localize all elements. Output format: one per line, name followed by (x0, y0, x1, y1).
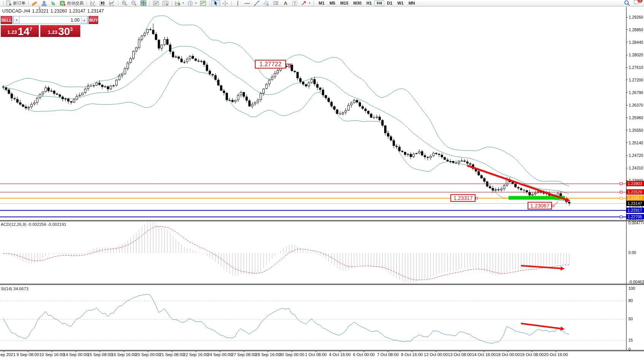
horizontal-line-tool-button[interactable] (243, 0, 252, 6)
buy-price-box[interactable]: 1.23 30 3 (40, 25, 80, 37)
period-clock-button[interactable]: ▼ (186, 0, 198, 6)
line-chart-type-button[interactable] (107, 0, 116, 6)
timeframe-m5[interactable]: M5 (327, 0, 337, 6)
text-label-tool-button[interactable]: T (290, 0, 299, 6)
indicator-window-button[interactable] (151, 0, 161, 6)
zoom-in-button[interactable] (120, 0, 129, 6)
styles-button[interactable] (30, 0, 39, 6)
time-label: 13 Oct 08:00 (448, 352, 472, 357)
add-indicator-button[interactable]: ▼ (173, 0, 186, 6)
sell-price-sup: 7 (30, 26, 32, 32)
time-label: 9 Sep 08:00 (16, 352, 39, 357)
buy-price-sup: 3 (70, 26, 73, 32)
price-tick-label: 1.28440 (629, 40, 643, 45)
data-window-button[interactable] (161, 0, 170, 6)
rsi-panel-canvas[interactable] (0, 285, 626, 350)
chart-ohlc-header: USDCAD-,H41.232211.232601.231471.23147 (2, 8, 106, 14)
text-icon: A (282, 0, 288, 6)
timeframe-h4[interactable]: H4 (374, 0, 384, 6)
time-label: 19 Oct 08:00 (520, 352, 544, 357)
price-tick-dash (626, 17, 628, 18)
text-tool-button[interactable]: A (281, 0, 290, 6)
candlestick-chart-type-button[interactable] (98, 0, 107, 6)
one-click-trading-panel: SELL ▼ ▲ BUY 1.23 14 7 1.23 30 3 (1, 16, 80, 37)
profile-button[interactable] (40, 0, 49, 6)
zoom-out-button[interactable] (129, 0, 138, 6)
buy-button[interactable]: BUY (89, 16, 98, 24)
toolbar-separator (86, 1, 87, 6)
timeframe-m30[interactable]: M30 (351, 0, 364, 6)
tile-windows-button[interactable] (139, 0, 148, 6)
time-label: 1 Oct 08:00 (305, 352, 327, 357)
oneclick-collapse-caret[interactable]: ▼ (38, 6, 41, 10)
signal-icon (51, 0, 57, 6)
rsi-axis-label: 15 (628, 338, 633, 342)
sell-price-box[interactable]: 1.23 14 7 (1, 25, 39, 37)
zoom-in-icon (121, 0, 127, 6)
toolbar-right-group: 1 (624, 0, 643, 7)
rsi-axis-label: 50 (628, 316, 633, 321)
fibonacci-tool-button[interactable]: F (271, 0, 280, 6)
time-label: 7 Oct 08:00 (377, 352, 399, 357)
signals-button[interactable] (49, 0, 58, 6)
volume-input[interactable] (20, 16, 81, 24)
new-order-icon (6, 0, 12, 6)
chevron-down-icon: ▼ (308, 2, 311, 4)
toolbar-separator (28, 1, 29, 6)
price-callout[interactable]: 1.23317 (450, 194, 475, 202)
price-callout[interactable]: 1.27722 (255, 60, 286, 69)
price-tick-dash (626, 55, 628, 55)
time-label: 20 Sep 00:00 (135, 352, 160, 357)
macd-panel-canvas[interactable] (0, 221, 626, 284)
price-tick-label: 1.28020 (629, 53, 643, 58)
price-axis[interactable]: 1.292601.288501.284401.280201.276101.272… (626, 0, 644, 358)
notifications-button[interactable]: 1 (633, 0, 640, 7)
timeframe-d1[interactable]: D1 (385, 0, 394, 6)
price-chart-canvas[interactable] (0, 7, 626, 221)
trendline-tool-button[interactable] (252, 0, 261, 6)
arrows-tool-button[interactable]: ▼ (300, 0, 312, 6)
timeframe-m1[interactable]: M1 (316, 0, 327, 6)
sell-button[interactable]: SELL (1, 16, 12, 24)
svg-text:A: A (284, 0, 288, 6)
panel-separator[interactable] (0, 220, 644, 221)
price-callout[interactable]: 1.23067 (528, 202, 552, 209)
panel-separator[interactable] (0, 350, 644, 351)
tile-windows-icon (140, 0, 146, 6)
autotrading-label: 自动交易 (67, 0, 84, 6)
price-tick-label: 1.25960 (629, 115, 643, 120)
vertical-line-tool-button[interactable] (233, 0, 242, 6)
price-level-label: 1.22917 (627, 208, 644, 213)
volume-increase-button[interactable]: ▲ (81, 16, 87, 24)
timeframe-w1[interactable]: W1 (395, 0, 406, 6)
crayon-icon (32, 0, 38, 6)
rsi-axis-label: 100 (628, 286, 635, 291)
timeframe-m15[interactable]: M15 (338, 0, 350, 6)
channel-icon: E (263, 0, 269, 6)
templates-button[interactable] (199, 0, 208, 6)
crosshair-tool-button[interactable] (221, 0, 230, 6)
time-axis[interactable]: ep 20219 Sep 08:0010 Sep 16:0014 Sep 00:… (0, 351, 644, 358)
main-toolbar: 新订单 自动交易 (0, 0, 644, 6)
panel-separator[interactable] (0, 284, 644, 285)
search-icon[interactable] (624, 0, 630, 6)
chart-close: 1.23147 (87, 8, 104, 14)
toolbar-separator (172, 1, 172, 6)
vertical-line-icon (235, 0, 241, 6)
volume-decrease-button[interactable]: ▼ (13, 16, 20, 24)
time-label: ep 2021 (0, 352, 16, 357)
bar-chart-type-button[interactable] (88, 0, 97, 6)
arrows-icon (301, 0, 307, 6)
time-label: 24 Sep 00:00 (207, 352, 232, 357)
equidistant-channel-tool-button[interactable]: E (262, 0, 271, 6)
sell-price-big: 14 (17, 27, 29, 37)
toolbar-grip[interactable] (2, 1, 3, 6)
cursor-tool-button[interactable] (211, 0, 220, 6)
price-level-label: 1.23529 (627, 189, 644, 195)
time-label: 8 Oct 16:00 (401, 352, 423, 357)
timeframe-mn[interactable]: MN (406, 0, 417, 6)
timeframe-h1[interactable]: H1 (364, 0, 374, 6)
autotrading-button[interactable]: 自动交易 (59, 0, 85, 6)
new-order-button[interactable]: 新订单 (5, 0, 27, 6)
time-label: 28 Sep 16:00 (255, 352, 280, 357)
